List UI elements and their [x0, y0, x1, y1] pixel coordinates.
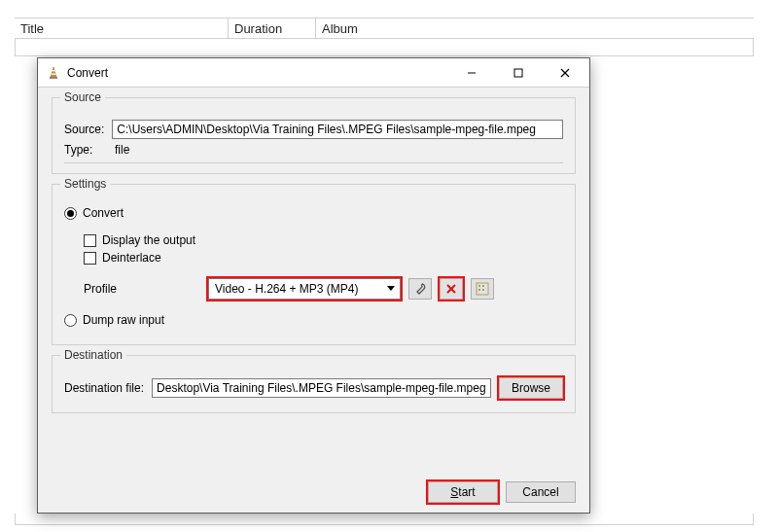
dialog-title: Convert [67, 66, 445, 80]
svg-marker-0 [51, 67, 56, 77]
playlist-header: Title Duration Album [15, 18, 754, 39]
browse-button-label: Browse [512, 381, 550, 395]
new-profile-button[interactable] [471, 278, 494, 300]
divider [64, 162, 563, 163]
radio-icon [64, 207, 77, 220]
svg-rect-1 [52, 70, 55, 71]
delete-icon [445, 283, 457, 295]
source-input[interactable] [112, 120, 563, 139]
destination-group: Destination Destination file: Browse [52, 355, 576, 413]
column-title[interactable]: Title [15, 18, 229, 38]
column-duration-label: Duration [234, 21, 282, 36]
svg-rect-5 [514, 69, 522, 77]
deinterlace-label: Deinterlace [102, 251, 161, 265]
browse-button[interactable]: Browse [499, 377, 563, 399]
deinterlace-checkbox[interactable]: Deinterlace [84, 251, 563, 265]
destination-input[interactable] [152, 378, 491, 398]
type-label: Type: [64, 143, 103, 157]
svg-rect-2 [51, 73, 55, 74]
display-output-label: Display the output [102, 233, 195, 247]
cancel-button[interactable]: Cancel [506, 481, 576, 503]
svg-marker-8 [387, 286, 395, 291]
radio-icon [64, 314, 77, 327]
start-button[interactable]: Start [428, 481, 498, 503]
source-label: Source: [64, 123, 104, 136]
delete-profile-button[interactable] [440, 278, 463, 300]
playlist-body [15, 39, 754, 56]
settings-legend: Settings [60, 177, 110, 191]
destination-legend: Destination [60, 348, 126, 362]
svg-rect-15 [482, 289, 484, 291]
title-bar[interactable]: Convert [38, 58, 589, 88]
destination-label: Destination file: [64, 381, 144, 395]
convert-radio[interactable]: Convert [64, 206, 563, 220]
svg-rect-14 [478, 289, 480, 291]
display-output-checkbox[interactable]: Display the output [84, 233, 563, 247]
dialog-content: Source Source: Type: file Settings Conve… [38, 88, 589, 476]
column-album[interactable]: Album [316, 18, 754, 38]
start-button-label: Start [450, 485, 475, 499]
dump-raw-radio[interactable]: Dump raw input [64, 313, 563, 327]
svg-rect-13 [482, 285, 484, 287]
maximize-button[interactable] [498, 59, 539, 87]
column-title-label: Title [20, 21, 44, 36]
settings-group: Settings Convert Display the output Dein… [52, 184, 576, 345]
minimize-button[interactable] [451, 59, 492, 87]
convert-dialog: Convert Source Source: Type: file [37, 57, 590, 514]
dialog-footer: Start Cancel [38, 476, 589, 513]
column-duration[interactable]: Duration [229, 18, 316, 38]
source-legend: Source [60, 90, 105, 104]
edit-profile-button[interactable] [408, 278, 432, 300]
svg-rect-12 [478, 285, 480, 287]
column-album-label: Album [322, 21, 358, 36]
convert-radio-label: Convert [83, 206, 124, 220]
close-button[interactable] [545, 59, 585, 87]
profile-select[interactable]: Video - H.264 + MP3 (MP4) [208, 278, 401, 300]
wrench-icon [413, 282, 427, 296]
profile-value: Video - H.264 + MP3 (MP4) [209, 282, 382, 296]
profile-label: Profile [84, 282, 200, 296]
cancel-button-label: Cancel [522, 485, 558, 499]
svg-rect-3 [50, 77, 57, 79]
dump-raw-label: Dump raw input [83, 313, 164, 327]
chevron-down-icon [382, 279, 400, 299]
vlc-icon [46, 65, 61, 81]
checkbox-icon [84, 252, 96, 265]
type-value: file [111, 143, 129, 157]
checkbox-icon [84, 234, 96, 247]
playlist-body-bottom [15, 514, 754, 525]
source-group: Source Source: Type: file [52, 97, 576, 174]
new-profile-icon [476, 282, 489, 296]
